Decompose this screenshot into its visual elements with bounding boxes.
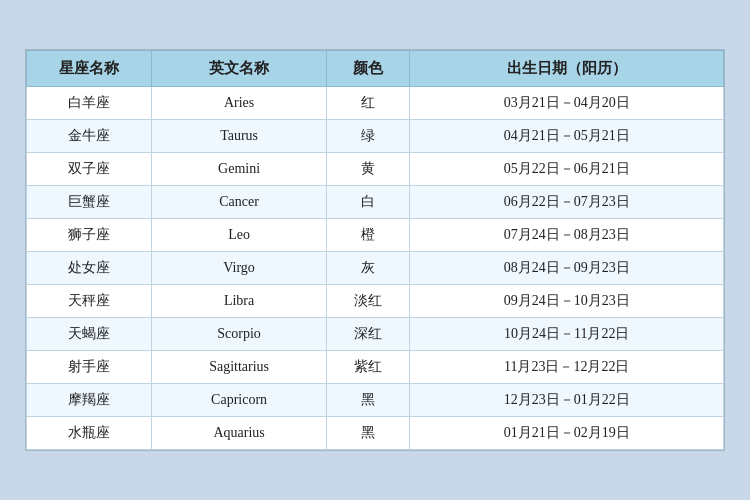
cell-row2-col2: 黄 (326, 153, 410, 186)
cell-row8-col0: 射手座 (27, 351, 152, 384)
cell-row9-col0: 摩羯座 (27, 384, 152, 417)
table-row: 白羊座Aries红03月21日－04月20日 (27, 87, 724, 120)
cell-row4-col3: 07月24日－08月23日 (410, 219, 724, 252)
table-row: 巨蟹座Cancer白06月22日－07月23日 (27, 186, 724, 219)
table-row: 水瓶座Aquarius黑01月21日－02月19日 (27, 417, 724, 450)
cell-row6-col1: Libra (152, 285, 326, 318)
table-header-row: 星座名称 英文名称 颜色 出生日期（阳历） (27, 51, 724, 87)
cell-row7-col3: 10月24日－11月22日 (410, 318, 724, 351)
cell-row6-col2: 淡红 (326, 285, 410, 318)
table-row: 双子座Gemini黄05月22日－06月21日 (27, 153, 724, 186)
header-date: 出生日期（阳历） (410, 51, 724, 87)
cell-row3-col2: 白 (326, 186, 410, 219)
cell-row1-col1: Taurus (152, 120, 326, 153)
cell-row5-col3: 08月24日－09月23日 (410, 252, 724, 285)
table-row: 天蝎座Scorpio深红10月24日－11月22日 (27, 318, 724, 351)
cell-row5-col1: Virgo (152, 252, 326, 285)
cell-row4-col1: Leo (152, 219, 326, 252)
cell-row0-col1: Aries (152, 87, 326, 120)
table-row: 射手座Sagittarius紫红11月23日－12月22日 (27, 351, 724, 384)
zodiac-table: 星座名称 英文名称 颜色 出生日期（阳历） 白羊座Aries红03月21日－04… (26, 50, 724, 450)
cell-row2-col1: Gemini (152, 153, 326, 186)
cell-row9-col1: Capricorn (152, 384, 326, 417)
cell-row8-col3: 11月23日－12月22日 (410, 351, 724, 384)
cell-row9-col2: 黑 (326, 384, 410, 417)
cell-row0-col3: 03月21日－04月20日 (410, 87, 724, 120)
cell-row0-col2: 红 (326, 87, 410, 120)
cell-row10-col3: 01月21日－02月19日 (410, 417, 724, 450)
cell-row1-col0: 金牛座 (27, 120, 152, 153)
cell-row5-col2: 灰 (326, 252, 410, 285)
header-color: 颜色 (326, 51, 410, 87)
header-en-name: 英文名称 (152, 51, 326, 87)
cell-row10-col2: 黑 (326, 417, 410, 450)
table-row: 处女座Virgo灰08月24日－09月23日 (27, 252, 724, 285)
cell-row7-col2: 深红 (326, 318, 410, 351)
cell-row1-col3: 04月21日－05月21日 (410, 120, 724, 153)
cell-row5-col0: 处女座 (27, 252, 152, 285)
table-row: 金牛座Taurus绿04月21日－05月21日 (27, 120, 724, 153)
cell-row7-col1: Scorpio (152, 318, 326, 351)
table-body: 白羊座Aries红03月21日－04月20日金牛座Taurus绿04月21日－0… (27, 87, 724, 450)
table-row: 摩羯座Capricorn黑12月23日－01月22日 (27, 384, 724, 417)
cell-row0-col0: 白羊座 (27, 87, 152, 120)
zodiac-table-container: 星座名称 英文名称 颜色 出生日期（阳历） 白羊座Aries红03月21日－04… (25, 49, 725, 451)
cell-row8-col2: 紫红 (326, 351, 410, 384)
cell-row2-col3: 05月22日－06月21日 (410, 153, 724, 186)
cell-row10-col1: Aquarius (152, 417, 326, 450)
cell-row9-col3: 12月23日－01月22日 (410, 384, 724, 417)
table-row: 天秤座Libra淡红09月24日－10月23日 (27, 285, 724, 318)
cell-row10-col0: 水瓶座 (27, 417, 152, 450)
table-row: 狮子座Leo橙07月24日－08月23日 (27, 219, 724, 252)
cell-row4-col0: 狮子座 (27, 219, 152, 252)
cell-row6-col3: 09月24日－10月23日 (410, 285, 724, 318)
cell-row4-col2: 橙 (326, 219, 410, 252)
cell-row3-col1: Cancer (152, 186, 326, 219)
cell-row2-col0: 双子座 (27, 153, 152, 186)
cell-row6-col0: 天秤座 (27, 285, 152, 318)
cell-row3-col3: 06月22日－07月23日 (410, 186, 724, 219)
cell-row8-col1: Sagittarius (152, 351, 326, 384)
cell-row1-col2: 绿 (326, 120, 410, 153)
cell-row7-col0: 天蝎座 (27, 318, 152, 351)
header-zh-name: 星座名称 (27, 51, 152, 87)
cell-row3-col0: 巨蟹座 (27, 186, 152, 219)
